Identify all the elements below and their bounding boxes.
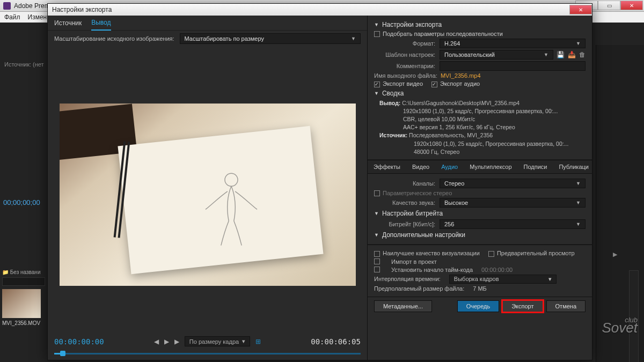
- delete-preset-icon[interactable]: 🗑: [579, 51, 586, 58]
- audio-quality-dropdown[interactable]: Высокое▼: [440, 198, 586, 208]
- summary-block: Вывод: C:\Users\Gagushonok\Desktop\MVI_2…: [374, 99, 586, 157]
- use-previews-checkbox[interactable]: [488, 251, 494, 257]
- export-dialog: Настройки экспорта ✕ Источник Вывод Масш…: [47, 3, 592, 360]
- play-icon[interactable]: ▶: [164, 338, 169, 345]
- comments-input[interactable]: [440, 61, 586, 71]
- match-sequence-checkbox[interactable]: [374, 31, 380, 37]
- start-tc-value: 00:00:00:00: [481, 267, 513, 273]
- summary-header[interactable]: ▼Сводка: [374, 90, 586, 97]
- interp-label: Интерполяция времени:: [374, 276, 441, 282]
- set-start-tc-checkbox[interactable]: [374, 267, 380, 272]
- fit-label: По размеру кадра: [189, 338, 239, 345]
- export-settings-header[interactable]: ▼Настройки экспорта: [374, 21, 586, 28]
- max-quality-label: Наилучшее качество визуализации: [383, 250, 480, 256]
- tab-source[interactable]: Источник: [54, 16, 82, 30]
- import-preset-icon[interactable]: 📥: [568, 51, 576, 58]
- bg-source-label: Источник: (нет: [4, 61, 44, 68]
- preset-dropdown[interactable]: Пользовательский▼: [440, 50, 553, 60]
- dialog-title: Настройки экспорта: [52, 6, 112, 13]
- transport-bar: 00:00:00:00 ◀ ▶ ▶ По размеру кадра ▾ ⊞ 0…: [48, 334, 367, 360]
- step-fwd-icon[interactable]: ▶: [174, 338, 179, 345]
- step-back-icon[interactable]: ◀: [154, 338, 159, 345]
- import-project-checkbox[interactable]: [374, 258, 380, 264]
- bg-maximize-button[interactable]: ▭: [598, 1, 620, 10]
- comments-label: Комментарии:: [374, 63, 440, 69]
- bg-clip-thumb[interactable]: [2, 289, 41, 318]
- tab-output[interactable]: Вывод: [91, 16, 111, 31]
- format-label: Формат:: [374, 40, 440, 47]
- import-project-label: Импорт в проект: [391, 258, 437, 265]
- bg-play-icon[interactable]: ▶: [613, 251, 620, 258]
- audio-quality-label: Качество звука:: [374, 200, 440, 206]
- export-audio-label: Экспорт аудио: [440, 80, 480, 87]
- channels-dropdown[interactable]: Стерео▼: [440, 179, 586, 188]
- set-start-tc-label: Установить начало тайм-кода: [391, 267, 473, 273]
- timecode-in[interactable]: 00:00:00:00: [54, 337, 104, 346]
- tab-effects[interactable]: Эффекты: [368, 160, 406, 174]
- tab-video[interactable]: Видео: [406, 160, 435, 174]
- outname-label: Имя выходного файла:: [374, 72, 441, 79]
- bg-timecode-left: 00;00;00;00: [3, 198, 40, 206]
- bitrate-dropdown[interactable]: 256▼: [440, 219, 586, 229]
- parametric-label: Параметрическое стерео: [383, 190, 452, 196]
- bg-project-panel: 📁 Без названи MVI_2356.MOV: [2, 269, 46, 326]
- interp-dropdown[interactable]: Выборка кадров▾: [449, 275, 557, 284]
- bg-close-button[interactable]: ✕: [620, 1, 643, 10]
- use-previews-label: Предварительный просмотр: [497, 250, 575, 256]
- max-quality-checkbox[interactable]: [374, 251, 380, 257]
- metadata-button[interactable]: Метаданные...: [374, 300, 432, 312]
- sketch-drawing: [199, 168, 264, 248]
- scale-label: Масштабирование исходного изображения:: [54, 35, 174, 42]
- parametric-checkbox[interactable]: [374, 190, 380, 196]
- dialog-buttons: Метаданные... Очередь Экспорт Отмена: [368, 297, 592, 316]
- timeline-slider[interactable]: [54, 350, 361, 357]
- channels-label: Каналы:: [374, 180, 440, 187]
- aspect-lock-icon[interactable]: ⊞: [255, 338, 261, 345]
- chevron-down-icon: ▾: [242, 338, 245, 345]
- export-audio-checkbox[interactable]: [431, 82, 437, 87]
- timecode-out[interactable]: 00:00:06:05: [311, 337, 361, 346]
- settings-column: ▼Настройки экспорта Подобрать параметры …: [368, 16, 592, 360]
- fit-dropdown[interactable]: По размеру кадра ▾: [185, 336, 250, 346]
- scale-value: Масштабировать по размеру: [185, 35, 264, 42]
- svg-point-0: [225, 173, 238, 186]
- est-size-value: 7 МБ: [473, 285, 487, 292]
- video-preview: [60, 104, 356, 286]
- tab-mux[interactable]: Мультиплексор: [464, 160, 517, 174]
- export-video-label: Экспорт видео: [383, 80, 423, 87]
- bg-audio-meter: [629, 270, 639, 362]
- settings-tabs: Эффекты Видео Аудио Мультиплексор Подпис…: [368, 160, 592, 174]
- export-button[interactable]: Экспорт: [502, 300, 543, 312]
- format-dropdown[interactable]: H.264▼: [440, 39, 586, 48]
- preset-label: Шаблон настроек:: [374, 51, 440, 58]
- preview-column: Источник Вывод Масштабирование исходного…: [48, 16, 368, 360]
- bg-project-tab[interactable]: 📁 Без названи: [2, 269, 46, 275]
- bitrate-header[interactable]: ▼Настройки битрейта: [374, 210, 586, 217]
- queue-button[interactable]: Очередь: [457, 300, 500, 312]
- dialog-close-button[interactable]: ✕: [569, 5, 592, 14]
- match-sequence-label: Подобрать параметры последовательности: [383, 31, 503, 37]
- bg-clip-name: MVI_2356.MOV: [2, 320, 46, 326]
- scale-dropdown[interactable]: Масштабировать по размеру ▼: [180, 33, 361, 44]
- output-filename-link[interactable]: MVI_2356.mp4: [441, 72, 481, 79]
- cancel-button[interactable]: Отмена: [546, 300, 586, 312]
- save-preset-icon[interactable]: 💾: [557, 51, 565, 58]
- est-size-label: Предполагаемый размер файла:: [374, 285, 464, 292]
- bg-title: Adobe Premi: [14, 2, 51, 10]
- chevron-down-icon: ▼: [351, 36, 356, 41]
- advanced-header[interactable]: ▼Дополнительные настройки: [374, 231, 586, 239]
- bg-right-strip: ▶: [596, 45, 644, 362]
- tab-publish[interactable]: Публикаци: [553, 160, 592, 174]
- bitrate-label: Битрейт [Кбит/с]:: [374, 221, 440, 227]
- tab-captions[interactable]: Подписи: [518, 160, 553, 174]
- export-video-checkbox[interactable]: [374, 82, 380, 87]
- dialog-titlebar: Настройки экспорта ✕: [48, 4, 592, 16]
- menu-file[interactable]: Файл: [4, 13, 20, 21]
- tab-audio[interactable]: Аудио: [435, 160, 464, 174]
- premiere-icon: [3, 2, 11, 10]
- bg-project-search[interactable]: [2, 277, 45, 286]
- bottom-options: Наилучшее качество визуализации Предвари…: [368, 245, 592, 297]
